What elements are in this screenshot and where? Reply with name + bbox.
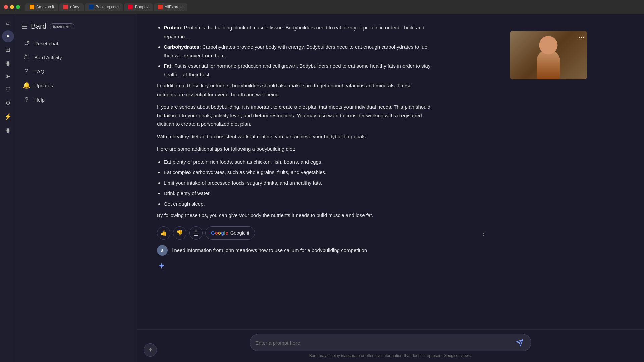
video-more-icon[interactable]: ⋯ (578, 34, 584, 41)
bonprix-favicon (128, 5, 133, 9)
sidebar-icon-arrow[interactable]: ➤ (2, 70, 14, 82)
google-it-button[interactable]: Google Google it (205, 226, 255, 240)
tip-3: Limit your intake of processed foods, su… (164, 179, 432, 187)
paragraph-vitamins: In addition to these key nutrients, body… (157, 81, 432, 99)
main-chat-area: ⋯ Protein: Protein is the building block… (137, 14, 644, 362)
sidebar-icon-home[interactable]: ⌂ (2, 17, 14, 29)
tab-aliexpress[interactable]: AliExpress (154, 3, 188, 11)
left-nav: ☰ Bard Experiment ↺ Reset chat ⏱ Bard Ac… (16, 14, 137, 362)
prompt-input[interactable] (255, 340, 514, 346)
google-it-label: Google it (230, 230, 249, 236)
sidebar-icon-grid[interactable]: ⊞ (2, 44, 14, 56)
bard-activity-label: Bard Activity (34, 55, 62, 60)
app-layout: ⌂ ✦ ⊞ ◉ ➤ ♡ ⚙ ⚡ ◉ ☰ Bard Experiment ↺ Re… (0, 14, 644, 362)
tip-5: Get enough sleep. (164, 200, 432, 208)
google-g-icon: Google (211, 230, 228, 236)
sidebar-icon-circle[interactable]: ◉ (2, 124, 14, 136)
nav-item-reset-chat[interactable]: ↺ Reset chat (16, 36, 132, 50)
amazon-favicon (30, 5, 34, 9)
close-dot[interactable] (4, 5, 8, 9)
tab-amazon[interactable]: Amazon.it (25, 3, 58, 11)
sidebar-icon-map[interactable]: ◉ (2, 57, 14, 69)
nav-item-faq[interactable]: ? FAQ (16, 64, 132, 78)
sidebar-icon-bard[interactable]: ✦ (2, 30, 14, 42)
aliexpress-favicon (158, 5, 163, 9)
more-options-button[interactable]: ⋮ (478, 227, 490, 239)
sidebar-icon-bar: ⌂ ✦ ⊞ ◉ ➤ ♡ ⚙ ⚡ ◉ (0, 14, 16, 362)
reset-chat-icon: ↺ (23, 40, 30, 47)
reset-chat-label: Reset chat (34, 41, 58, 46)
paragraph-goals: With a healthy diet and a consistent wor… (157, 132, 432, 141)
tab-booking[interactable]: Booking.com (85, 3, 123, 11)
nav-item-help[interactable]: ? Help (16, 93, 132, 107)
conclusion: By following these tips, you can give yo… (157, 211, 432, 220)
sidebar-icon-settings[interactable]: ⚙ (2, 97, 14, 109)
bullet-carbs: Carbohydrates: Carbohydrates provide you… (164, 43, 432, 60)
bard-title: Bard (31, 22, 46, 31)
help-label: Help (34, 97, 45, 103)
tips-intro: Here are some additional tips for follow… (157, 145, 432, 154)
bard-header: ☰ Bard Experiment (16, 19, 137, 36)
thumbs-up-button[interactable]: 👍 (157, 226, 170, 240)
minimize-dot[interactable] (10, 5, 14, 9)
booking-favicon (89, 5, 94, 9)
tab-bonprix-label: Bonprix (135, 5, 149, 9)
menu-icon[interactable]: ☰ (21, 22, 28, 31)
tip-2: Eat complex carbohydrates, such as whole… (164, 168, 432, 177)
maximize-dot[interactable] (16, 5, 20, 9)
user-message-row: a i need information from john meadows h… (157, 245, 432, 256)
browser-tabs: Amazon.it eBay Booking.com Bonprix AliEx… (25, 3, 187, 11)
input-area: Bard may display inaccurate or offensive… (137, 329, 644, 362)
ebay-favicon (63, 5, 68, 9)
bullet-protein: Protein: Protein is the building block o… (164, 23, 432, 41)
thumbs-down-button[interactable]: 👎 (173, 226, 186, 240)
bard-thinking (157, 261, 631, 270)
prompt-input-wrapper (250, 334, 531, 351)
updates-label: Updates (34, 83, 53, 88)
faq-icon: ? (23, 68, 30, 75)
send-button[interactable] (514, 337, 526, 349)
browser-bar: Amazon.it eBay Booking.com Bonprix AliEx… (0, 0, 644, 14)
disclaimer-text: Bard may display inaccurate or offensive… (150, 353, 631, 359)
video-thumbnail[interactable]: ⋯ (510, 31, 587, 79)
faq-label: FAQ (34, 69, 44, 74)
nav-item-bard-activity[interactable]: ⏱ Bard Activity (16, 50, 132, 64)
video-thumb-inner (510, 31, 587, 79)
experiment-badge: Experiment (50, 23, 74, 29)
tip-4: Drink plenty of water. (164, 189, 432, 198)
top-bullet-list: Protein: Protein is the building block o… (164, 23, 432, 79)
response-actions: 👍 👎 Google Google it ⋮ (157, 226, 631, 240)
user-message-text: i need information from john meadows how… (172, 245, 367, 254)
updates-icon: 🔔 (23, 82, 30, 89)
sidebar-icon-flash[interactable]: ⚡ (2, 111, 14, 123)
tab-booking-label: Booking.com (96, 5, 119, 9)
tab-ebay-label: eBay (70, 5, 79, 9)
help-icon: ? (23, 96, 30, 103)
nav-item-updates[interactable]: 🔔 Updates (16, 78, 132, 93)
bard-activity-icon: ⏱ (23, 54, 30, 61)
bard-sparkle-icon (157, 261, 166, 270)
tips-list: Eat plenty of protein-rich foods, such a… (164, 158, 432, 208)
sidebar-icon-heart[interactable]: ♡ (2, 84, 14, 96)
paragraph-diet-plan: If you are serious about bodybuilding, i… (157, 103, 432, 128)
tab-bonprix[interactable]: Bonprix (124, 3, 153, 11)
tab-amazon-label: Amazon.it (36, 5, 54, 9)
share-button[interactable] (189, 226, 203, 240)
bullet-fat: Fat: Fat is essential for hormone produc… (164, 62, 432, 79)
browser-controls (4, 5, 20, 9)
tip-1: Eat plenty of protein-rich foods, such a… (164, 158, 432, 166)
tab-aliexpress-label: AliExpress (165, 5, 184, 9)
bard-response: Protein: Protein is the building block o… (157, 23, 432, 220)
tab-ebay[interactable]: eBay (59, 3, 83, 11)
sparkle-circle-button[interactable]: ✦ (144, 343, 157, 357)
bottom-sparkle[interactable]: ✦ (144, 343, 157, 357)
user-avatar: a (157, 245, 168, 256)
